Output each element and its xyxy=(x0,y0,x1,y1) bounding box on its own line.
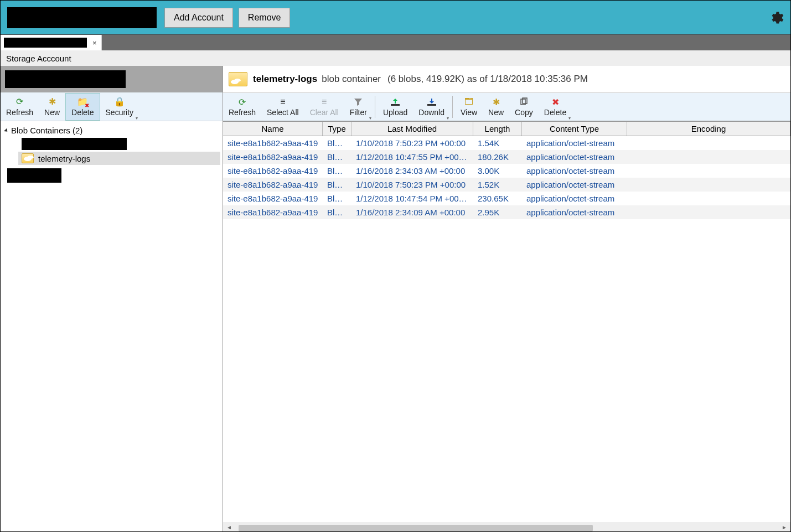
tree-item-redacted-2[interactable] xyxy=(3,168,220,183)
label: Select All xyxy=(267,108,299,117)
cell-name: site-e8a1b682-a9aa-419 xyxy=(223,151,323,163)
scrollbar-thumb[interactable] xyxy=(239,525,593,531)
select-all-button[interactable]: ≡Select All xyxy=(261,93,304,121)
refresh-icon: ⟳ xyxy=(237,97,247,107)
delete-button[interactable]: 📁✖ Delete xyxy=(65,93,100,121)
delete-label: Delete xyxy=(71,108,94,117)
cell-length: 3.00K xyxy=(473,165,522,177)
table-row[interactable]: site-e8a1b682-a9aa-419Block1/12/2018 10:… xyxy=(223,150,790,164)
label: New xyxy=(488,108,504,117)
upload-button[interactable]: Upload xyxy=(378,93,413,121)
label: Filter xyxy=(350,108,367,117)
col-length[interactable]: Length xyxy=(473,122,522,136)
new-folder-icon: ✱ xyxy=(47,97,57,107)
delete-folder-icon: 📁✖ xyxy=(77,97,87,107)
tree-item-label: telemetry-logs xyxy=(38,154,90,163)
filter-button[interactable]: Filter xyxy=(344,93,373,121)
chevron-down-icon[interactable]: ▾ xyxy=(369,116,371,121)
table-row[interactable]: site-e8a1b682-a9aa-419Block1/12/2018 10:… xyxy=(223,192,790,205)
cell-content-type: application/octet-stream xyxy=(522,151,627,163)
sidebar: ⟳ Refresh ✱ New 📁✖ Delete 🔒 Security ▾ B… xyxy=(1,66,223,532)
blob-containers-group[interactable]: Blob Containers (2) xyxy=(3,125,220,136)
col-modified[interactable]: Last Modified xyxy=(351,122,473,136)
cell-encoding xyxy=(627,193,790,204)
view-icon: 🗔 xyxy=(464,97,474,107)
tree-item-redacted[interactable] xyxy=(18,136,220,152)
cell-length: 180.26K xyxy=(473,151,522,163)
upload-icon xyxy=(390,97,400,107)
tree-view: Blob Containers (2) telemetry-logs xyxy=(1,121,223,186)
cell-modified: 1/10/2018 7:50:23 PM +00:00 xyxy=(351,179,473,190)
table-row[interactable]: site-e8a1b682-a9aa-419Block1/10/2018 7:5… xyxy=(223,178,790,192)
cell-modified: 1/16/2018 2:34:09 AM +00:00 xyxy=(351,206,473,218)
label: View xyxy=(461,108,477,117)
funnel-icon xyxy=(353,97,363,107)
col-name[interactable]: Name xyxy=(223,122,323,136)
table-row[interactable]: site-e8a1b682-a9aa-419Block1/10/2018 7:5… xyxy=(223,136,790,150)
col-encoding[interactable]: Encoding xyxy=(627,122,790,136)
col-type[interactable]: Type xyxy=(323,122,351,136)
scroll-right-icon[interactable]: ► xyxy=(778,524,790,530)
cell-encoding xyxy=(627,179,790,190)
container-header: telemetry-logs blob container (6 blobs, … xyxy=(223,66,790,92)
active-tab[interactable]: × xyxy=(1,35,102,50)
add-account-button[interactable]: Add Account xyxy=(164,8,233,28)
cell-content-type: application/octet-stream xyxy=(522,165,627,177)
cell-length: 230.65K xyxy=(473,193,522,204)
horizontal-scrollbar[interactable]: ◄ ► xyxy=(223,523,790,532)
chevron-down-icon[interactable]: ▾ xyxy=(568,116,571,121)
cell-length: 1.54K xyxy=(473,137,522,149)
table-row[interactable]: site-e8a1b682-a9aa-419Block1/16/2018 2:3… xyxy=(223,164,790,178)
copy-button[interactable]: Copy xyxy=(509,93,539,121)
security-button[interactable]: 🔒 Security xyxy=(100,93,139,121)
chevron-down-icon[interactable]: ▾ xyxy=(136,116,138,121)
table-row[interactable]: site-e8a1b682-a9aa-419Block1/16/2018 2:3… xyxy=(223,205,790,219)
cell-encoding xyxy=(627,165,790,177)
cloud-folder-icon xyxy=(229,72,247,86)
scroll-left-icon[interactable]: ◄ xyxy=(223,524,235,530)
cell-encoding xyxy=(627,206,790,218)
remove-button[interactable]: Remove xyxy=(239,8,291,28)
cell-name: site-e8a1b682-a9aa-419 xyxy=(223,165,323,177)
tab-label-redacted xyxy=(4,38,87,48)
cell-encoding xyxy=(627,151,790,163)
tree-item-telemetry-logs[interactable]: telemetry-logs xyxy=(18,152,220,165)
refresh-label: Refresh xyxy=(6,108,33,117)
download-button[interactable]: Downld xyxy=(413,93,450,121)
table-header-row: Name Type Last Modified Length Content T… xyxy=(223,122,790,136)
security-label: Security xyxy=(106,108,134,117)
col-content-type[interactable]: Content Type xyxy=(522,122,627,136)
cell-name: site-e8a1b682-a9aa-419 xyxy=(223,179,323,190)
delete-blob-button[interactable]: ✖Delete xyxy=(539,93,572,121)
expand-caret-icon xyxy=(4,128,9,133)
refresh-button[interactable]: ⟳ Refresh xyxy=(1,93,39,121)
cloud-folder-icon xyxy=(22,153,34,163)
new-blob-button[interactable]: ✱New xyxy=(483,93,509,121)
cell-type: Block xyxy=(323,151,351,163)
new-label: New xyxy=(44,108,60,117)
view-button[interactable]: 🗔View xyxy=(455,93,483,121)
label: Downld xyxy=(418,108,444,117)
label: Refresh xyxy=(229,108,256,117)
close-icon[interactable]: × xyxy=(90,39,99,47)
cell-content-type: application/octet-stream xyxy=(522,206,627,218)
table-body: site-e8a1b682-a9aa-419Block1/10/2018 7:5… xyxy=(223,136,790,219)
cell-encoding xyxy=(627,137,790,149)
svg-rect-0 xyxy=(391,104,400,106)
refresh-icon: ⟳ xyxy=(15,97,25,107)
new-button[interactable]: ✱ New xyxy=(39,93,65,121)
label: Copy xyxy=(515,108,533,117)
blob-table: Name Type Last Modified Length Content T… xyxy=(223,121,790,523)
tab-strip: × xyxy=(1,35,790,50)
select-all-icon: ≡ xyxy=(278,97,288,107)
gear-icon[interactable] xyxy=(768,10,784,25)
chevron-down-icon[interactable]: ▾ xyxy=(447,116,449,121)
clear-all-button: ≡Clear All xyxy=(304,93,344,121)
cell-modified: 1/16/2018 2:34:03 AM +00:00 xyxy=(351,165,473,177)
sidebar-toolbar: ⟳ Refresh ✱ New 📁✖ Delete 🔒 Security ▾ xyxy=(1,92,223,121)
refresh-button[interactable]: ⟳Refresh xyxy=(223,93,261,121)
container-type-label: blob container xyxy=(322,74,381,85)
clear-all-icon: ≡ xyxy=(319,97,329,107)
label: Upload xyxy=(383,108,407,117)
container-name: telemetry-logs xyxy=(253,74,317,85)
